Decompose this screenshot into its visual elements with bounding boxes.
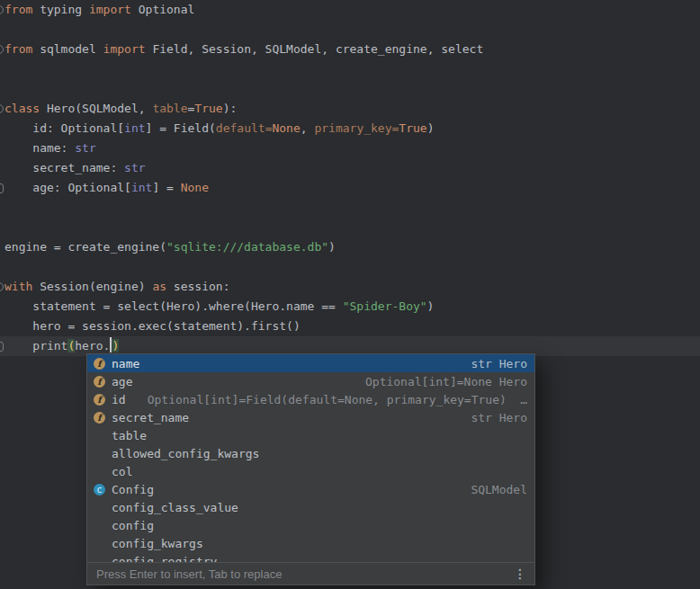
code-token: int [124,121,145,135]
code-line[interactable]: name: str [4,138,700,158]
completion-item-Config[interactable]: cConfigSQLModel [87,480,534,498]
code-token: sqlmodel [32,42,103,56]
code-token: None [181,181,209,194]
code-line[interactable]: secret_name: str [4,158,700,178]
completion-label: age [112,375,132,388]
completion-label: config_class_value [112,501,238,514]
completion-label: name [112,357,139,370]
code-token: secret_name: [4,161,124,174]
code-line[interactable] [4,257,700,277]
code-token: "sqlite:///database.db" [166,240,328,254]
completion-type-hint: str Hero [471,357,527,370]
code-token: str [75,141,95,155]
completion-type-hint: str Hero [471,411,527,424]
field-icon: f [94,394,105,406]
code-token: import [89,3,131,16]
code-line[interactable] [4,20,700,40]
code-area[interactable]: from typing import Optionalfrom sqlmodel… [0,0,700,356]
icon-placeholder [94,466,105,477]
class-icon: c [94,484,105,495]
completion-item-config_registry[interactable]: config_registry [87,552,534,562]
completion-item-id[interactable]: fidOptional[int]=Field(default=None, pri… [87,390,534,408]
completion-item-config_class_value[interactable]: config_class_value [87,498,534,516]
icon-placeholder [94,556,105,563]
code-token: ) [112,339,119,353]
completion-label: secret_name [112,411,189,424]
code-token: session: [166,280,229,293]
code-token: ] = Field( [146,121,216,135]
field-icon: f [94,412,105,424]
completion-list: fnamestr HerofageOptional[int]=None Hero… [87,354,534,562]
code-line[interactable]: class Hero(SQLModel, table=True): [4,99,700,119]
icon-placeholder [94,538,105,549]
completion-item-config[interactable]: config [87,516,534,534]
code-token: print [4,339,67,353]
code-token: age: Optional[ [4,181,131,194]
more-options-icon[interactable]: ⋮ [514,567,526,581]
code-line[interactable] [4,198,700,218]
code-line[interactable]: with Session(engine) as session: [4,277,700,297]
code-token: , [301,121,315,135]
completion-item-col[interactable]: col [87,462,534,480]
autocomplete-popup: fnamestr HerofageOptional[int]=None Hero… [86,353,535,585]
icon-placeholder [94,502,105,513]
code-token: name: [4,141,75,155]
code-token: True [399,121,426,135]
code-line[interactable] [4,79,700,99]
icon-placeholder [94,430,105,442]
code-token: hero = session.exec(statement).first() [4,319,301,333]
code-token: int [131,181,152,194]
completion-item-config_kwargs[interactable]: config_kwargs [87,534,534,552]
code-token: ): [223,102,238,115]
code-line[interactable]: from typing import Optional [4,0,700,20]
code-line[interactable]: from sqlmodel import Field, Session, SQL… [4,40,700,59]
code-token: Hero(SQLModel, [40,102,152,115]
completion-item-name[interactable]: fnamestr Hero [87,354,534,372]
icon-placeholder [94,448,105,460]
code-token: default [216,121,265,135]
completion-item-secret_name[interactable]: fsecret_namestr Hero [87,408,534,426]
code-token: str [124,161,145,174]
field-icon: f [94,376,105,388]
code-token: as [152,280,166,293]
completion-label: col [112,465,132,478]
completion-label: config [112,519,154,532]
code-line[interactable]: id: Optional[int] = Field(default=None, … [4,119,700,138]
code-token: "Spider-Boy" [343,299,427,313]
completion-signature: Optional[int]=Field(default=None, primar… [148,393,507,406]
code-token: ) [427,121,435,135]
code-token: ] = [152,181,180,194]
code-line[interactable]: statement = select(Hero).where(Hero.name… [4,297,700,317]
completion-hint-text: Press Enter to insert, Tab to replace [96,567,282,581]
gutter-square-icon[interactable] [0,183,4,193]
completion-item-allowed_config_kwargs[interactable]: allowed_config_kwargs [87,444,534,462]
completion-footer: Press Enter to insert, Tab to replace ⋮ [87,562,534,585]
code-line[interactable]: engine = create_engine("sqlite:///databa… [4,237,700,257]
code-token: Session(engine) [32,280,152,293]
code-token: import [103,42,146,56]
completion-label: config_kwargs [112,537,203,550]
code-line[interactable] [4,218,700,237]
field-icon: f [94,358,105,370]
completion-label: allowed_config_kwargs [112,447,259,460]
code-line[interactable]: age: Optional[int] = None [4,178,700,198]
code-token: Optional [131,3,194,16]
code-token: ) [328,240,336,254]
completion-item-age[interactable]: fageOptional[int]=None Hero [87,372,534,390]
completion-type-hint: Optional[int]=None Hero [365,375,527,388]
code-token: statement = select(Hero).where(Hero.name… [4,299,343,313]
completion-label: table [112,429,147,442]
completion-type-hint: … [520,393,527,406]
icon-placeholder [94,520,105,531]
completion-label: id [112,393,126,406]
completion-item-table[interactable]: table [87,426,534,444]
code-line[interactable]: hero = session.exec(statement).first() [4,317,700,336]
code-token: engine = create_engine( [4,240,166,254]
gutter-square-icon[interactable] [0,342,4,352]
code-token: from [4,3,32,16]
code-token: from [4,42,32,56]
code-line[interactable] [4,59,700,79]
code-token: primary_key [314,121,391,135]
code-token: typing [32,3,89,16]
code-token: True [194,102,222,115]
